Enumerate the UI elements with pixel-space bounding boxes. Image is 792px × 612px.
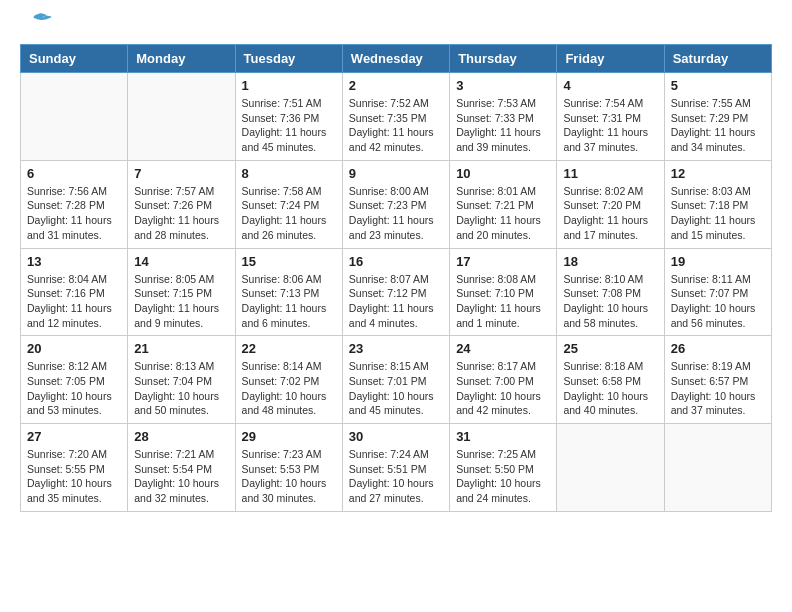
calendar-cell: 26Sunrise: 8:19 AMSunset: 6:57 PMDayligh…: [664, 336, 771, 424]
weekday-header-saturday: Saturday: [664, 45, 771, 73]
day-number: 23: [349, 341, 443, 356]
day-number: 5: [671, 78, 765, 93]
day-number: 16: [349, 254, 443, 269]
day-info: Sunrise: 8:19 AMSunset: 6:57 PMDaylight:…: [671, 359, 765, 418]
day-number: 25: [563, 341, 657, 356]
day-number: 20: [27, 341, 121, 356]
calendar-cell: 17Sunrise: 8:08 AMSunset: 7:10 PMDayligh…: [450, 248, 557, 336]
calendar-cell: [21, 73, 128, 161]
calendar-week-row: 13Sunrise: 8:04 AMSunset: 7:16 PMDayligh…: [21, 248, 772, 336]
calendar-cell: 7Sunrise: 7:57 AMSunset: 7:26 PMDaylight…: [128, 160, 235, 248]
day-info: Sunrise: 8:12 AMSunset: 7:05 PMDaylight:…: [27, 359, 121, 418]
day-number: 19: [671, 254, 765, 269]
weekday-header-monday: Monday: [128, 45, 235, 73]
calendar-cell: 24Sunrise: 8:17 AMSunset: 7:00 PMDayligh…: [450, 336, 557, 424]
page-header: [20, 20, 772, 34]
day-info: Sunrise: 8:10 AMSunset: 7:08 PMDaylight:…: [563, 272, 657, 331]
calendar-cell: 31Sunrise: 7:25 AMSunset: 5:50 PMDayligh…: [450, 424, 557, 512]
calendar-cell: 22Sunrise: 8:14 AMSunset: 7:02 PMDayligh…: [235, 336, 342, 424]
day-info: Sunrise: 8:15 AMSunset: 7:01 PMDaylight:…: [349, 359, 443, 418]
calendar-cell: 12Sunrise: 8:03 AMSunset: 7:18 PMDayligh…: [664, 160, 771, 248]
day-info: Sunrise: 7:23 AMSunset: 5:53 PMDaylight:…: [242, 447, 336, 506]
logo-bird-icon: [24, 12, 52, 34]
day-number: 27: [27, 429, 121, 444]
day-info: Sunrise: 7:20 AMSunset: 5:55 PMDaylight:…: [27, 447, 121, 506]
day-number: 2: [349, 78, 443, 93]
day-number: 21: [134, 341, 228, 356]
calendar-cell: 21Sunrise: 8:13 AMSunset: 7:04 PMDayligh…: [128, 336, 235, 424]
day-number: 7: [134, 166, 228, 181]
calendar-week-row: 20Sunrise: 8:12 AMSunset: 7:05 PMDayligh…: [21, 336, 772, 424]
day-number: 22: [242, 341, 336, 356]
day-info: Sunrise: 7:57 AMSunset: 7:26 PMDaylight:…: [134, 184, 228, 243]
calendar-cell: 15Sunrise: 8:06 AMSunset: 7:13 PMDayligh…: [235, 248, 342, 336]
day-info: Sunrise: 8:18 AMSunset: 6:58 PMDaylight:…: [563, 359, 657, 418]
day-number: 1: [242, 78, 336, 93]
day-info: Sunrise: 8:02 AMSunset: 7:20 PMDaylight:…: [563, 184, 657, 243]
calendar-cell: 10Sunrise: 8:01 AMSunset: 7:21 PMDayligh…: [450, 160, 557, 248]
day-number: 4: [563, 78, 657, 93]
calendar-week-row: 6Sunrise: 7:56 AMSunset: 7:28 PMDaylight…: [21, 160, 772, 248]
weekday-header-friday: Friday: [557, 45, 664, 73]
day-info: Sunrise: 8:01 AMSunset: 7:21 PMDaylight:…: [456, 184, 550, 243]
day-info: Sunrise: 8:14 AMSunset: 7:02 PMDaylight:…: [242, 359, 336, 418]
logo: [20, 20, 52, 34]
day-info: Sunrise: 8:06 AMSunset: 7:13 PMDaylight:…: [242, 272, 336, 331]
day-number: 17: [456, 254, 550, 269]
day-info: Sunrise: 8:04 AMSunset: 7:16 PMDaylight:…: [27, 272, 121, 331]
calendar-cell: 25Sunrise: 8:18 AMSunset: 6:58 PMDayligh…: [557, 336, 664, 424]
day-number: 3: [456, 78, 550, 93]
calendar-cell: [664, 424, 771, 512]
calendar-cell: 13Sunrise: 8:04 AMSunset: 7:16 PMDayligh…: [21, 248, 128, 336]
calendar-header-row: SundayMondayTuesdayWednesdayThursdayFrid…: [21, 45, 772, 73]
day-info: Sunrise: 7:25 AMSunset: 5:50 PMDaylight:…: [456, 447, 550, 506]
calendar-cell: 27Sunrise: 7:20 AMSunset: 5:55 PMDayligh…: [21, 424, 128, 512]
day-info: Sunrise: 8:13 AMSunset: 7:04 PMDaylight:…: [134, 359, 228, 418]
calendar-cell: 16Sunrise: 8:07 AMSunset: 7:12 PMDayligh…: [342, 248, 449, 336]
day-number: 15: [242, 254, 336, 269]
day-number: 13: [27, 254, 121, 269]
weekday-header-tuesday: Tuesday: [235, 45, 342, 73]
day-number: 31: [456, 429, 550, 444]
calendar-cell: 18Sunrise: 8:10 AMSunset: 7:08 PMDayligh…: [557, 248, 664, 336]
day-info: Sunrise: 7:24 AMSunset: 5:51 PMDaylight:…: [349, 447, 443, 506]
day-info: Sunrise: 7:21 AMSunset: 5:54 PMDaylight:…: [134, 447, 228, 506]
calendar-week-row: 1Sunrise: 7:51 AMSunset: 7:36 PMDaylight…: [21, 73, 772, 161]
day-info: Sunrise: 8:17 AMSunset: 7:00 PMDaylight:…: [456, 359, 550, 418]
calendar-cell: 5Sunrise: 7:55 AMSunset: 7:29 PMDaylight…: [664, 73, 771, 161]
day-number: 6: [27, 166, 121, 181]
calendar-cell: 1Sunrise: 7:51 AMSunset: 7:36 PMDaylight…: [235, 73, 342, 161]
calendar-cell: 8Sunrise: 7:58 AMSunset: 7:24 PMDaylight…: [235, 160, 342, 248]
day-info: Sunrise: 8:05 AMSunset: 7:15 PMDaylight:…: [134, 272, 228, 331]
day-info: Sunrise: 8:00 AMSunset: 7:23 PMDaylight:…: [349, 184, 443, 243]
day-number: 10: [456, 166, 550, 181]
day-number: 28: [134, 429, 228, 444]
calendar-cell: 14Sunrise: 8:05 AMSunset: 7:15 PMDayligh…: [128, 248, 235, 336]
calendar-cell: 4Sunrise: 7:54 AMSunset: 7:31 PMDaylight…: [557, 73, 664, 161]
weekday-header-sunday: Sunday: [21, 45, 128, 73]
day-info: Sunrise: 7:51 AMSunset: 7:36 PMDaylight:…: [242, 96, 336, 155]
day-info: Sunrise: 8:03 AMSunset: 7:18 PMDaylight:…: [671, 184, 765, 243]
day-info: Sunrise: 7:55 AMSunset: 7:29 PMDaylight:…: [671, 96, 765, 155]
calendar-cell: 11Sunrise: 8:02 AMSunset: 7:20 PMDayligh…: [557, 160, 664, 248]
day-info: Sunrise: 7:54 AMSunset: 7:31 PMDaylight:…: [563, 96, 657, 155]
day-number: 11: [563, 166, 657, 181]
day-number: 30: [349, 429, 443, 444]
day-info: Sunrise: 8:07 AMSunset: 7:12 PMDaylight:…: [349, 272, 443, 331]
day-info: Sunrise: 7:56 AMSunset: 7:28 PMDaylight:…: [27, 184, 121, 243]
weekday-header-wednesday: Wednesday: [342, 45, 449, 73]
day-number: 8: [242, 166, 336, 181]
day-number: 12: [671, 166, 765, 181]
calendar-cell: 23Sunrise: 8:15 AMSunset: 7:01 PMDayligh…: [342, 336, 449, 424]
calendar-cell: 6Sunrise: 7:56 AMSunset: 7:28 PMDaylight…: [21, 160, 128, 248]
calendar-cell: 20Sunrise: 8:12 AMSunset: 7:05 PMDayligh…: [21, 336, 128, 424]
day-number: 24: [456, 341, 550, 356]
day-info: Sunrise: 8:08 AMSunset: 7:10 PMDaylight:…: [456, 272, 550, 331]
day-info: Sunrise: 8:11 AMSunset: 7:07 PMDaylight:…: [671, 272, 765, 331]
calendar-cell: [128, 73, 235, 161]
day-number: 29: [242, 429, 336, 444]
calendar-cell: 30Sunrise: 7:24 AMSunset: 5:51 PMDayligh…: [342, 424, 449, 512]
day-info: Sunrise: 7:58 AMSunset: 7:24 PMDaylight:…: [242, 184, 336, 243]
calendar-cell: 19Sunrise: 8:11 AMSunset: 7:07 PMDayligh…: [664, 248, 771, 336]
day-number: 14: [134, 254, 228, 269]
